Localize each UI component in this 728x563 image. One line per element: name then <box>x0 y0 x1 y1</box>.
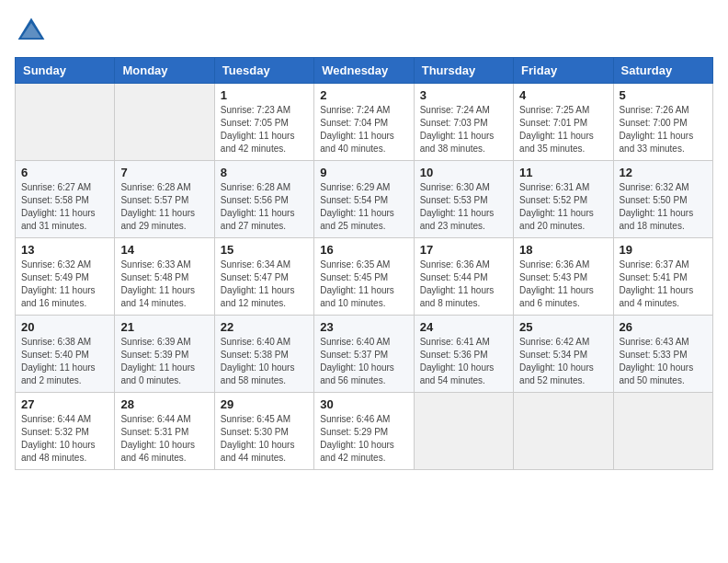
calendar-cell: 26Sunrise: 6:43 AM Sunset: 5:33 PM Dayli… <box>613 316 712 393</box>
day-header-thursday: Thursday <box>414 58 513 84</box>
day-header-tuesday: Tuesday <box>214 58 313 84</box>
calendar-cell: 24Sunrise: 6:41 AM Sunset: 5:36 PM Dayli… <box>414 316 513 393</box>
day-number: 12 <box>620 166 707 179</box>
day-number: 19 <box>620 243 707 257</box>
calendar-cell: 8Sunrise: 6:28 AM Sunset: 5:56 PM Daylig… <box>214 161 313 238</box>
day-number: 30 <box>320 397 407 411</box>
day-detail: Sunrise: 6:36 AM Sunset: 5:44 PM Dayligh… <box>420 259 507 310</box>
day-number: 1 <box>221 88 308 102</box>
day-detail: Sunrise: 6:40 AM Sunset: 5:37 PM Dayligh… <box>320 336 407 387</box>
calendar-cell: 2Sunrise: 7:24 AM Sunset: 7:04 PM Daylig… <box>314 84 414 161</box>
day-detail: Sunrise: 7:24 AM Sunset: 7:04 PM Dayligh… <box>320 104 407 155</box>
day-detail: Sunrise: 7:26 AM Sunset: 7:00 PM Dayligh… <box>620 104 707 155</box>
day-number: 22 <box>221 320 308 334</box>
calendar-cell: 23Sunrise: 6:40 AM Sunset: 5:37 PM Dayli… <box>314 316 414 393</box>
calendar-cell: 25Sunrise: 6:42 AM Sunset: 5:34 PM Dayli… <box>514 316 613 393</box>
day-detail: Sunrise: 6:34 AM Sunset: 5:47 PM Dayligh… <box>221 259 308 310</box>
day-number: 3 <box>420 88 507 102</box>
calendar-cell: 14Sunrise: 6:33 AM Sunset: 5:48 PM Dayli… <box>115 238 214 316</box>
day-number: 24 <box>420 320 507 334</box>
day-detail: Sunrise: 6:39 AM Sunset: 5:39 PM Dayligh… <box>120 336 208 387</box>
day-number: 29 <box>221 397 308 411</box>
calendar-cell: 19Sunrise: 6:37 AM Sunset: 5:41 PM Dayli… <box>613 238 712 316</box>
day-number: 25 <box>519 320 607 334</box>
day-detail: Sunrise: 6:35 AM Sunset: 5:45 PM Dayligh… <box>320 259 407 310</box>
day-number: 13 <box>21 243 108 257</box>
day-number: 17 <box>420 243 507 257</box>
calendar-cell: 21Sunrise: 6:39 AM Sunset: 5:39 PM Dayli… <box>115 316 214 393</box>
logo <box>15 15 51 48</box>
day-number: 7 <box>120 166 208 179</box>
calendar-cell: 30Sunrise: 6:46 AM Sunset: 5:29 PM Dayli… <box>314 393 414 470</box>
day-header-wednesday: Wednesday <box>314 58 414 84</box>
day-detail: Sunrise: 6:36 AM Sunset: 5:43 PM Dayligh… <box>519 259 607 310</box>
day-detail: Sunrise: 6:31 AM Sunset: 5:52 PM Dayligh… <box>519 181 607 233</box>
calendar-cell <box>414 393 513 470</box>
calendar-cell: 12Sunrise: 6:32 AM Sunset: 5:50 PM Dayli… <box>613 161 712 238</box>
day-detail: Sunrise: 6:33 AM Sunset: 5:48 PM Dayligh… <box>120 259 208 310</box>
day-number: 6 <box>21 166 108 179</box>
calendar-cell: 9Sunrise: 6:29 AM Sunset: 5:54 PM Daylig… <box>314 161 414 238</box>
calendar-week-4: 20Sunrise: 6:38 AM Sunset: 5:40 PM Dayli… <box>16 316 713 393</box>
day-header-saturday: Saturday <box>613 58 712 84</box>
logo-icon <box>15 15 48 48</box>
calendar-cell: 27Sunrise: 6:44 AM Sunset: 5:32 PM Dayli… <box>16 393 115 470</box>
day-number: 28 <box>120 397 208 411</box>
calendar-cell: 10Sunrise: 6:30 AM Sunset: 5:53 PM Dayli… <box>414 161 513 238</box>
calendar-cell: 18Sunrise: 6:36 AM Sunset: 5:43 PM Dayli… <box>514 238 613 316</box>
day-number: 2 <box>320 88 407 102</box>
day-detail: Sunrise: 6:43 AM Sunset: 5:33 PM Dayligh… <box>620 336 707 387</box>
day-number: 20 <box>21 320 108 334</box>
calendar-table: SundayMondayTuesdayWednesdayThursdayFrid… <box>15 57 713 470</box>
day-detail: Sunrise: 6:44 AM Sunset: 5:31 PM Dayligh… <box>120 413 208 465</box>
calendar-week-5: 27Sunrise: 6:44 AM Sunset: 5:32 PM Dayli… <box>16 393 713 470</box>
calendar-cell: 13Sunrise: 6:32 AM Sunset: 5:49 PM Dayli… <box>16 238 115 316</box>
calendar-cell: 7Sunrise: 6:28 AM Sunset: 5:57 PM Daylig… <box>115 161 214 238</box>
day-number: 21 <box>120 320 208 334</box>
day-header-friday: Friday <box>514 58 613 84</box>
day-detail: Sunrise: 7:23 AM Sunset: 7:05 PM Dayligh… <box>221 104 308 155</box>
day-detail: Sunrise: 7:25 AM Sunset: 7:01 PM Dayligh… <box>519 104 607 155</box>
day-number: 9 <box>320 166 407 179</box>
day-number: 10 <box>420 166 507 179</box>
calendar-week-3: 13Sunrise: 6:32 AM Sunset: 5:49 PM Dayli… <box>16 238 713 316</box>
calendar-cell: 16Sunrise: 6:35 AM Sunset: 5:45 PM Dayli… <box>314 238 414 316</box>
calendar-cell: 3Sunrise: 7:24 AM Sunset: 7:03 PM Daylig… <box>414 84 513 161</box>
calendar-week-1: 1Sunrise: 7:23 AM Sunset: 7:05 PM Daylig… <box>16 84 713 161</box>
day-detail: Sunrise: 6:29 AM Sunset: 5:54 PM Dayligh… <box>320 181 407 233</box>
day-number: 15 <box>221 243 308 257</box>
day-number: 23 <box>320 320 407 334</box>
calendar-cell: 11Sunrise: 6:31 AM Sunset: 5:52 PM Dayli… <box>514 161 613 238</box>
calendar-week-2: 6Sunrise: 6:27 AM Sunset: 5:58 PM Daylig… <box>16 161 713 238</box>
calendar-cell: 29Sunrise: 6:45 AM Sunset: 5:30 PM Dayli… <box>214 393 313 470</box>
calendar-cell: 15Sunrise: 6:34 AM Sunset: 5:47 PM Dayli… <box>214 238 313 316</box>
page-header <box>15 15 713 48</box>
day-number: 8 <box>221 166 308 179</box>
day-number: 4 <box>519 88 607 102</box>
calendar-cell: 6Sunrise: 6:27 AM Sunset: 5:58 PM Daylig… <box>16 161 115 238</box>
day-number: 11 <box>519 166 607 179</box>
day-detail: Sunrise: 6:28 AM Sunset: 5:57 PM Dayligh… <box>120 181 208 233</box>
calendar-cell: 22Sunrise: 6:40 AM Sunset: 5:38 PM Dayli… <box>214 316 313 393</box>
calendar-cell: 1Sunrise: 7:23 AM Sunset: 7:05 PM Daylig… <box>214 84 313 161</box>
day-detail: Sunrise: 7:24 AM Sunset: 7:03 PM Dayligh… <box>420 104 507 155</box>
day-detail: Sunrise: 6:41 AM Sunset: 5:36 PM Dayligh… <box>420 336 507 387</box>
day-detail: Sunrise: 6:42 AM Sunset: 5:34 PM Dayligh… <box>519 336 607 387</box>
day-number: 16 <box>320 243 407 257</box>
day-detail: Sunrise: 6:46 AM Sunset: 5:29 PM Dayligh… <box>320 413 407 465</box>
day-detail: Sunrise: 6:32 AM Sunset: 5:50 PM Dayligh… <box>620 181 707 233</box>
day-number: 27 <box>21 397 108 411</box>
day-detail: Sunrise: 6:30 AM Sunset: 5:53 PM Dayligh… <box>420 181 507 233</box>
day-detail: Sunrise: 6:38 AM Sunset: 5:40 PM Dayligh… <box>21 336 108 387</box>
day-detail: Sunrise: 6:28 AM Sunset: 5:56 PM Dayligh… <box>221 181 308 233</box>
calendar-cell <box>613 393 712 470</box>
calendar-cell <box>115 84 214 161</box>
day-number: 26 <box>620 320 707 334</box>
day-number: 14 <box>120 243 208 257</box>
day-number: 18 <box>519 243 607 257</box>
day-detail: Sunrise: 6:40 AM Sunset: 5:38 PM Dayligh… <box>221 336 308 387</box>
day-header-monday: Monday <box>115 58 214 84</box>
day-detail: Sunrise: 6:44 AM Sunset: 5:32 PM Dayligh… <box>21 413 108 465</box>
calendar-cell: 4Sunrise: 7:25 AM Sunset: 7:01 PM Daylig… <box>514 84 613 161</box>
day-detail: Sunrise: 6:32 AM Sunset: 5:49 PM Dayligh… <box>21 259 108 310</box>
